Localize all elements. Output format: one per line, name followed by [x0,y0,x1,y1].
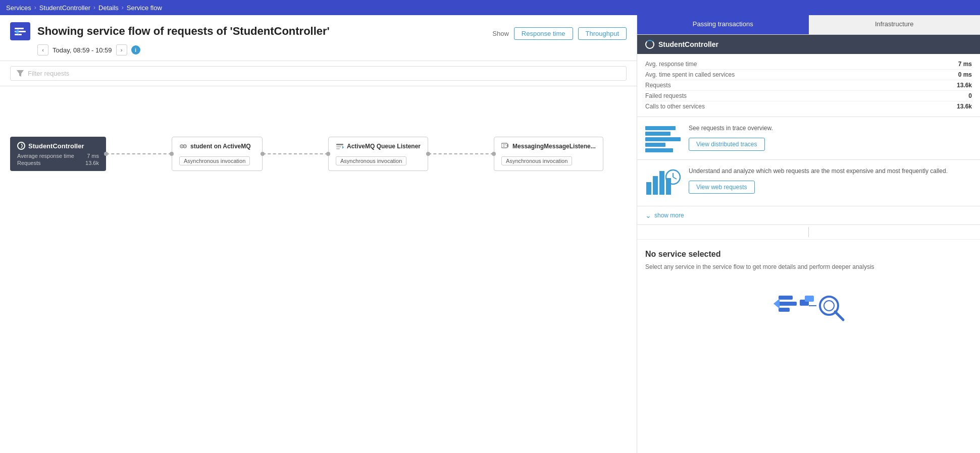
chevron-down-icon: ⌄ [645,211,651,219]
node-queue-icon [336,142,344,150]
node-messaging-icon [501,142,509,150]
web-icon-box [645,167,681,199]
node-student-controller[interactable]: StudentController Average response time … [10,137,106,171]
stat-row-avg-called: Avg. time spent in called services 0 ms [645,70,972,80]
svg-rect-15 [646,182,651,195]
show-more-label: show more [654,212,684,219]
show-label: Show [492,30,509,37]
node-1-label: StudentController [28,142,84,150]
trace-desc: See requests in trace overview. [689,124,972,133]
no-service-title: No service selected [645,250,972,259]
node-activemq-icon [179,142,187,150]
no-service-svg [768,281,849,327]
node-messaging-listener[interactable]: MessagingMessageListene... Asynchronous … [494,137,603,171]
svg-point-9 [184,146,185,147]
svg-marker-13 [342,146,344,149]
svg-point-5 [18,142,25,149]
no-service-desc: Select any service in the service flow t… [645,263,972,271]
prev-time-button[interactable]: ‹ [37,44,48,55]
node-refresh-icon [17,142,25,150]
svg-rect-24 [779,308,790,312]
svg-rect-16 [653,176,658,195]
svg-marker-25 [773,299,780,309]
node-activemq-queue[interactable]: ActiveMQ Queue Listener Asynchronous inv… [328,137,428,171]
breadcrumb-details[interactable]: Details [98,4,119,12]
web-requests-icon [645,167,681,197]
svg-rect-23 [779,302,797,306]
panel-service-header: StudentController [637,35,980,54]
time-range-label: Today, 08:59 - 10:59 [53,46,112,54]
panel-tabs: Passing transactions Infrastructure [637,15,980,35]
svg-rect-22 [779,296,793,300]
node-4-async: Asynchronous invocation [501,156,572,165]
svg-line-31 [835,312,843,320]
svg-rect-10 [336,144,343,145]
flow-canvas: StudentController Average response time … [0,86,637,453]
svg-rect-0 [15,28,24,29]
svg-point-30 [824,301,834,311]
next-time-button[interactable]: › [116,44,127,55]
node-3-async: Asynchronous invocation [336,156,406,165]
svg-rect-27 [805,296,814,302]
throughput-button[interactable]: Throughput [578,27,627,40]
node-3-label: ActiveMQ Queue Listener [347,143,421,150]
no-service-illustration [645,281,972,327]
node-2-async: Asynchronous invocation [179,156,250,165]
svg-rect-14 [501,143,507,148]
back-icon[interactable] [10,22,30,40]
web-requests-section: Understand and analyze which web request… [637,160,980,206]
view-web-requests-button[interactable]: View web requests [689,181,755,194]
trace-icon-box [645,124,681,152]
stats-table: Avg. response time 7 ms Avg. time spent … [637,54,980,117]
node-student-activemq[interactable]: student on ActiveMQ Asynchronous invocat… [172,137,263,171]
right-panel: Passing transactions Infrastructure Stud… [637,15,980,453]
svg-marker-4 [17,70,24,77]
breadcrumb-service-flow[interactable]: Service flow [127,4,162,12]
filter-requests-input[interactable]: Filter requests [10,66,627,81]
info-icon[interactable]: i [131,45,140,54]
stat-row-failed: Failed requests 0 [645,91,972,101]
node-2-label: student on ActiveMQ [190,143,251,150]
trace-section: See requests in trace overview. View dis… [637,117,980,160]
svg-rect-17 [659,171,664,195]
node-4-label: MessagingMessageListene... [512,143,596,150]
breadcrumb: Services › StudentController › Details ›… [0,0,980,15]
stat-row-calls: Calls to other services 13.6k [645,101,972,111]
tab-passing-transactions[interactable]: Passing transactions [637,15,809,34]
show-more-row[interactable]: ⌄ show more [637,206,980,225]
svg-rect-11 [336,146,341,147]
stat-row-avg-response: Avg. response time 7 ms [645,59,972,70]
stat-row-requests: Requests 13.6k [645,80,972,91]
svg-line-21 [673,177,677,179]
web-desc: Understand and analyze which web request… [689,167,972,176]
breadcrumb-student-controller[interactable]: StudentController [39,4,90,12]
view-distributed-traces-button[interactable]: View distributed traces [689,138,765,151]
filter-icon [17,70,24,77]
svg-point-7 [181,146,182,147]
svg-rect-12 [336,148,340,149]
breadcrumb-services[interactable]: Services [6,4,31,12]
response-time-button[interactable]: Response time [514,27,573,40]
page-title: Showing service flow of requests of 'Stu… [37,25,330,38]
no-service-panel: No service selected Select any service i… [637,240,980,453]
panel-service-name: StudentController [658,40,718,48]
tab-infrastructure[interactable]: Infrastructure [809,15,981,34]
spinner-icon [645,40,654,49]
